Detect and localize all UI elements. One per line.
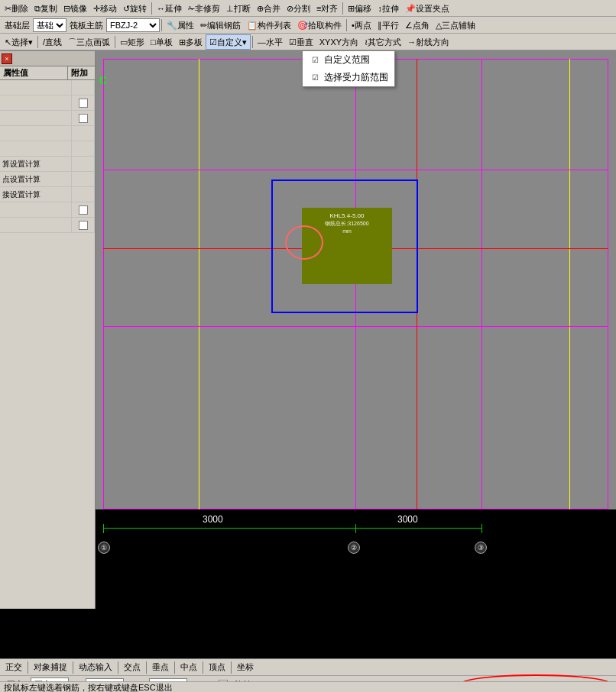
- mirror-btn[interactable]: ⊟ 镜像: [60, 1, 90, 16]
- canvas-area[interactable]: C KHL5.4-5.00 钢筋总长:3126500 mm: [96, 51, 616, 609]
- checkbox-9[interactable]: [79, 205, 88, 215]
- red-circle: [285, 225, 323, 260]
- dropdown-item-custom-range[interactable]: ☑ 自定义范围: [303, 51, 394, 69]
- panel-cell-add-7: [72, 172, 95, 186]
- checkbox-icon-1: ☑: [309, 54, 321, 66]
- node-3: ③: [475, 542, 487, 554]
- snap-btn[interactable]: 对象捕捉: [31, 660, 70, 675]
- panel-cell-val-4: [0, 126, 72, 141]
- stretch-btn[interactable]: ↕ 拉伸: [374, 1, 402, 16]
- custom-btn[interactable]: ☑ 自定义 ▾: [206, 34, 251, 50]
- sep-s5: [174, 661, 175, 674]
- rect-btn[interactable]: ▭ 矩形: [117, 34, 148, 50]
- panel-cell-add-8: [72, 187, 95, 202]
- sep4: [346, 19, 347, 31]
- panel-cell-add-1: [72, 80, 95, 95]
- offset-btn[interactable]: ⊞ 偏移: [345, 1, 374, 16]
- component-list-btn[interactable]: 📋 构件列表: [244, 18, 294, 33]
- panel-cell-add-3: [72, 111, 95, 125]
- sep-s6: [203, 661, 203, 674]
- checkbox-10[interactable]: [79, 221, 88, 230]
- midpoint-btn[interactable]: 中点: [177, 660, 200, 675]
- panel-cell-val-2: [0, 95, 72, 110]
- coord-btn[interactable]: 坐标: [234, 660, 257, 675]
- panel-close-btn[interactable]: ×: [2, 53, 12, 64]
- trim-btn[interactable]: ✁ 非修剪: [185, 1, 223, 16]
- node-1: ①: [98, 542, 110, 554]
- break-btn[interactable]: ⊥ 打断: [223, 1, 254, 16]
- toolbar-row-2: 基础层 基础 筏板主筋 FBZJ-2 🔧 属性 ✏ 编辑钢筋 📋 构件列表 🎯 …: [0, 17, 616, 34]
- main-area: × 属性值 附加 算设置计算: [0, 51, 616, 609]
- tick-1: [103, 524, 104, 533]
- perp-btn[interactable]: 垂点: [149, 660, 172, 675]
- panel-cell-val-7: 点设置计算: [0, 172, 72, 186]
- panel-cell-val-9: [0, 202, 72, 217]
- node-2: ②: [348, 542, 360, 554]
- panel-columns: 属性值 附加: [0, 66, 95, 80]
- other-way-btn[interactable]: ≀ 其它方式: [361, 34, 404, 50]
- panel-cell-val-8: 接设置计算: [0, 187, 72, 202]
- move-btn[interactable]: ✛ 移动: [90, 1, 120, 16]
- horizontal-btn[interactable]: — 水平: [255, 34, 286, 50]
- panel-cell-add-5: [72, 141, 95, 156]
- xy-btn[interactable]: XY XY方向: [316, 34, 361, 50]
- sep2: [342, 2, 343, 15]
- checkbox-2[interactable]: [79, 99, 88, 108]
- ray-btn[interactable]: → 射线方向: [404, 34, 452, 50]
- vertical-btn[interactable]: ☑ 垂直: [286, 34, 316, 50]
- yellow-v-line-1: [199, 59, 199, 509]
- two-point-btn[interactable]: • 两点: [349, 18, 374, 33]
- green-dim-line-h: [103, 528, 355, 529]
- left-panel: × 属性值 附加 算设置计算: [0, 51, 96, 609]
- dropdown-item-select-range[interactable]: ☑ 选择受力筋范围: [303, 69, 394, 86]
- point-angle-btn[interactable]: ∠ 点角: [402, 18, 433, 33]
- status-row-1: 正交 对象捕捉 动态输入 交点 垂点 中点 顶点 坐标: [0, 659, 616, 676]
- merge-btn[interactable]: ⊕ 合并: [254, 1, 284, 16]
- pick-component-btn[interactable]: 🎯 拾取构件: [294, 18, 345, 33]
- panel-row-3: [0, 111, 95, 126]
- rotate-btn[interactable]: ↺ 旋转: [120, 1, 150, 16]
- three-point-aux-btn[interactable]: △ 三点辅轴: [433, 18, 478, 33]
- layer-select[interactable]: 基础: [33, 18, 66, 32]
- delete-btn[interactable]: ✂ 删除: [2, 1, 31, 16]
- panel-cell-add-6: [72, 157, 95, 171]
- intersection-btn[interactable]: 交点: [121, 660, 144, 675]
- parallel-btn[interactable]: ∥ 平行: [374, 18, 402, 33]
- sep7: [252, 36, 253, 48]
- dynamic-input-btn[interactable]: 动态输入: [76, 660, 115, 675]
- single-board-btn[interactable]: □ 单板: [148, 34, 176, 50]
- panel-cell-add-10: [72, 218, 95, 232]
- ortho-btn[interactable]: 正交: [2, 660, 25, 675]
- rebar-select[interactable]: FBZJ-2: [106, 18, 160, 32]
- panel-row-4: [0, 126, 95, 141]
- col-value: 属性值: [0, 66, 68, 79]
- col-add: 附加: [68, 66, 95, 79]
- sep6: [115, 36, 115, 48]
- copy-btn[interactable]: ⧉ 复制: [31, 1, 60, 16]
- tick-3: [481, 524, 482, 533]
- panel-row-8: 接设置计算: [0, 187, 95, 202]
- panel-row-10: [0, 218, 95, 233]
- line-btn[interactable]: / 直线: [40, 34, 65, 50]
- arc-btn[interactable]: ⌒ 三点画弧: [65, 34, 113, 50]
- dim-label-2: 3000: [397, 514, 418, 525]
- panel-cell-val-1: [0, 80, 72, 95]
- align-btn[interactable]: ≡ 对齐: [313, 1, 341, 16]
- panel-row-7: 点设置计算: [0, 172, 95, 187]
- vertex-btn[interactable]: 顶点: [206, 660, 229, 675]
- panel-cell-add-4: [72, 126, 95, 141]
- rebar-label: 筏板主筋: [66, 18, 106, 33]
- sep-s3: [118, 661, 118, 674]
- multi-board-btn[interactable]: ⊞ 多板: [176, 34, 206, 50]
- edit-rebar-btn[interactable]: ✏ 编辑钢筋: [197, 18, 244, 33]
- checkbox-icon-2: ☑: [309, 72, 321, 84]
- checkbox-3[interactable]: [79, 114, 88, 123]
- setclamp-btn[interactable]: 📌 设置夹点: [402, 1, 452, 16]
- dim-label-1: 3000: [203, 514, 223, 525]
- split-btn[interactable]: ⊘ 分割: [284, 1, 313, 16]
- extend-btn[interactable]: ↔ 延伸: [154, 1, 185, 16]
- panel-header: ×: [0, 51, 95, 66]
- sep-s4: [146, 661, 147, 674]
- select-btn[interactable]: ↖ 选择 ▾: [2, 34, 36, 50]
- property-btn[interactable]: 🔧 属性: [164, 18, 197, 33]
